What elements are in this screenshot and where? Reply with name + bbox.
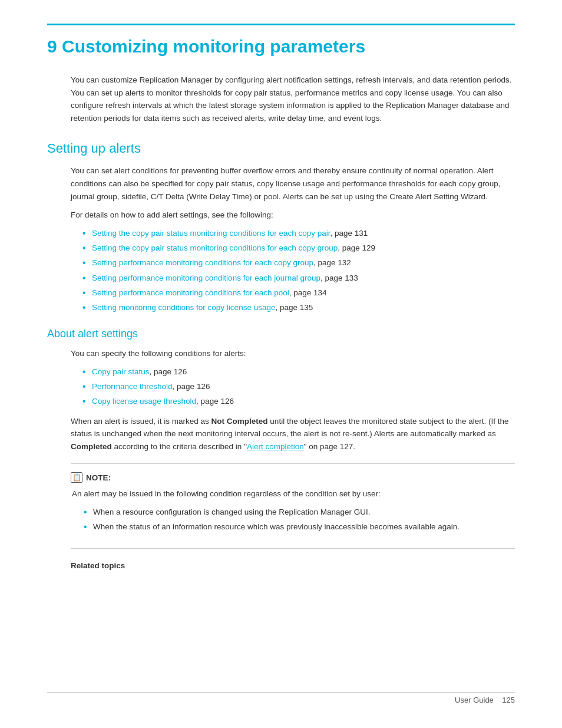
top-rule <box>47 24 515 25</box>
note-box: NOTE: An alert may be issued in the foll… <box>71 463 515 549</box>
list-item: Setting performance monitoring condition… <box>82 272 515 284</box>
alert-text-4: " on page 127. <box>304 442 355 451</box>
footer-page: 125 <box>502 696 515 704</box>
footer-text: User Guide <box>455 696 494 704</box>
link-performance-threshold[interactable]: Performance threshold <box>92 382 173 391</box>
chapter-number: 9 <box>47 37 57 56</box>
list-item: Copy license usage threshold, page 126 <box>82 396 515 407</box>
link-copy-license-usage[interactable]: Setting monitoring conditions for copy l… <box>92 303 275 312</box>
link-copy-pair-status-each-pair[interactable]: Setting the copy pair status monitoring … <box>92 229 330 238</box>
page-ref-5: 135 <box>300 303 313 312</box>
related-topics-label: Related topics <box>71 559 515 572</box>
about-alert-settings-body: You can specify the following conditions… <box>71 347 515 572</box>
page-ref-4: 134 <box>313 288 327 297</box>
footer: User Guide 125 <box>455 696 515 704</box>
alert-text-3: according to the criteria described in " <box>112 442 247 451</box>
list-item: Performance threshold, page 126 <box>82 381 515 393</box>
list-item: Setting monitoring conditions for copy l… <box>82 302 515 314</box>
link-copy-pair-status[interactable]: Copy pair status <box>92 367 150 376</box>
list-item: Setting the copy pair status monitoring … <box>82 228 515 239</box>
chapter-title: 9 Customizing monitoring parameters <box>47 36 515 57</box>
note-bullets-list: When a resource configuration is changed… <box>84 506 515 533</box>
page-ref-2: 132 <box>338 258 351 267</box>
page-ref-pt: 126 <box>197 382 210 391</box>
conditions-list: Copy pair status, page 126 Performance t… <box>82 366 515 408</box>
about-alerts-para1: You can specify the following conditions… <box>71 347 515 360</box>
alert-issued-paragraph: When an alert is issued, it is marked as… <box>71 415 515 453</box>
note-label: NOTE: <box>86 473 111 482</box>
page-ref-3: 133 <box>345 274 358 282</box>
footer-divider <box>47 692 515 693</box>
completed-bold: Completed <box>71 442 112 451</box>
list-item: Setting the copy pair status monitoring … <box>82 242 515 254</box>
link-performance-each-pool[interactable]: Setting performance monitoring condition… <box>92 288 289 297</box>
note-icon <box>71 472 82 483</box>
page-container: 9 Customizing monitoring parameters You … <box>0 0 562 728</box>
page-ref-1: 129 <box>362 243 376 252</box>
setting-up-alerts-body: You can set alert conditions for prevent… <box>71 164 515 314</box>
list-item: When a resource configuration is changed… <box>84 506 515 518</box>
list-item: Setting performance monitoring condition… <box>82 257 515 269</box>
setting-alerts-links-list: Setting the copy pair status monitoring … <box>82 228 515 314</box>
setting-alerts-para1: You can set alert conditions for prevent… <box>71 164 515 203</box>
note-header: NOTE: <box>71 472 515 483</box>
setting-up-alerts-heading: Setting up alerts <box>47 141 515 156</box>
page-ref-cp: 126 <box>174 367 187 376</box>
setting-alerts-para2: For details on how to add alert settings… <box>71 209 515 222</box>
link-performance-each-journal-group[interactable]: Setting performance monitoring condition… <box>92 274 320 282</box>
link-copy-pair-status-each-group[interactable]: Setting the copy pair status monitoring … <box>92 243 338 252</box>
chapter-title-main: Customizing monitoring parameters <box>62 37 365 56</box>
intro-paragraph: You can customize Replication Manager by… <box>71 74 515 124</box>
page-ref-cl: 126 <box>220 397 234 406</box>
note-body: An alert may be issued in the following … <box>71 487 515 533</box>
alert-text-1: When an alert is issued, it is marked as <box>71 417 211 426</box>
page-ref-0: 131 <box>355 229 368 238</box>
list-item: When the status of an information resour… <box>84 521 515 533</box>
link-alert-completion[interactable]: Alert completion <box>247 442 304 451</box>
not-completed-bold: Not Completed <box>211 417 268 426</box>
list-item: Copy pair status, page 126 <box>82 366 515 378</box>
note-body-text: An alert may be issued in the following … <box>72 487 515 500</box>
link-performance-each-copy-group[interactable]: Setting performance monitoring condition… <box>92 258 313 267</box>
link-copy-license-threshold[interactable]: Copy license usage threshold <box>92 397 196 406</box>
about-alert-settings-heading: About alert settings <box>47 328 515 340</box>
list-item: Setting performance monitoring condition… <box>82 287 515 299</box>
